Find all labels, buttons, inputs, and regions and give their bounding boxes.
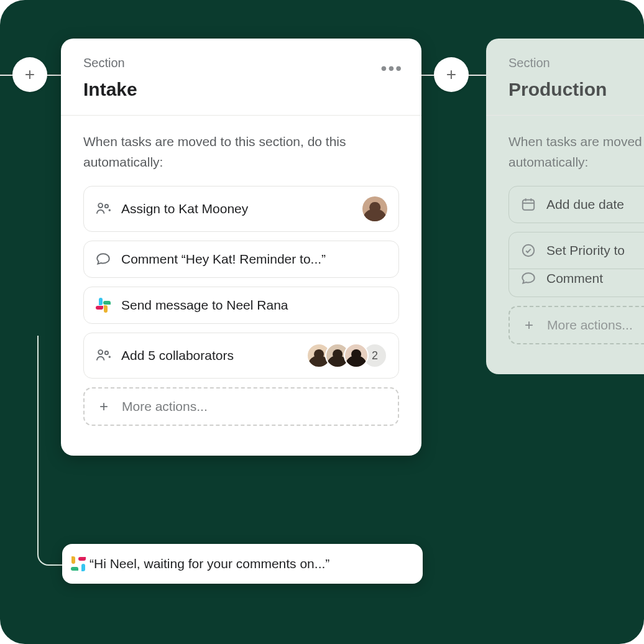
section-label: Section — [83, 56, 399, 70]
rule-assign[interactable]: Assign to Kat Mooney — [83, 186, 399, 232]
add-more-actions-button[interactable]: + More actions... — [508, 306, 644, 344]
svg-point-3 — [105, 351, 108, 354]
message-text: “Hi Neel, waiting for your comments on..… — [90, 556, 329, 571]
svg-rect-4 — [523, 200, 534, 210]
rule-comment[interactable]: Comment — [508, 260, 644, 297]
section-label: Section — [508, 56, 644, 70]
add-section-button-left[interactable]: + — [12, 57, 47, 92]
rule-label: Comment — [546, 271, 644, 286]
rule-slack-message[interactable]: Send message to Neel Rana — [83, 287, 399, 324]
comment-icon — [95, 251, 111, 267]
assignee-icon — [95, 201, 111, 217]
rule-comment[interactable]: Comment “Hey Kat! Reminder to...” — [83, 241, 399, 278]
section-card-intake: ••• Section Intake When tasks are moved … — [61, 39, 421, 456]
rule-label: Assign to Kat Mooney — [121, 201, 352, 216]
rule-label: More actions... — [547, 318, 644, 333]
calendar-icon — [520, 196, 536, 213]
card-header: Section Production — [486, 39, 644, 115]
plus-icon: + — [25, 65, 35, 85]
plus-icon: + — [521, 317, 537, 333]
section-title: Intake — [83, 79, 399, 100]
card-body: When tasks are moved to this section, do… — [61, 116, 421, 456]
plus-icon: + — [96, 398, 112, 415]
rule-label: Comment “Hey Kat! Reminder to...” — [121, 252, 387, 267]
automation-instruction: When tasks are moved to this section, do… — [508, 132, 644, 172]
card-body: When tasks are moved to this section, do… — [486, 116, 644, 374]
avatar — [362, 196, 387, 221]
rule-label: Add due date — [546, 197, 644, 212]
add-section-button-right[interactable]: + — [434, 57, 469, 92]
add-more-actions-button[interactable]: + More actions... — [83, 387, 399, 426]
avatar-stack: 2 — [306, 343, 387, 368]
plus-icon: + — [446, 65, 456, 85]
svg-point-1 — [105, 205, 108, 208]
card-menu-button[interactable]: ••• — [381, 58, 403, 78]
svg-point-5 — [523, 245, 534, 256]
rule-label: Set Priority to — [546, 243, 644, 258]
automation-canvas: + + ••• Section Intake When tasks are mo… — [0, 0, 644, 644]
comment-icon — [520, 270, 536, 287]
avatar — [344, 343, 369, 368]
section-card-production: Section Production When tasks are moved … — [486, 39, 644, 374]
rule-label: Send message to Neel Rana — [121, 298, 387, 313]
automation-instruction: When tasks are moved to this section, do… — [83, 132, 399, 172]
check-circle-icon — [520, 242, 536, 259]
rule-add-due-date[interactable]: Add due date — [508, 186, 644, 223]
rule-label: Add 5 collaborators — [121, 348, 297, 363]
rule-label: More actions... — [122, 399, 387, 414]
collaborators-icon — [95, 347, 111, 364]
section-title: Production — [508, 79, 644, 100]
svg-point-0 — [98, 203, 103, 208]
slack-icon — [95, 297, 111, 313]
rule-add-collaborators[interactable]: Add 5 collaborators 2 — [83, 333, 399, 379]
card-header: Section Intake — [61, 39, 421, 115]
svg-point-2 — [98, 350, 103, 354]
slack-message-preview: “Hi Neel, waiting for your comments on..… — [62, 544, 423, 584]
